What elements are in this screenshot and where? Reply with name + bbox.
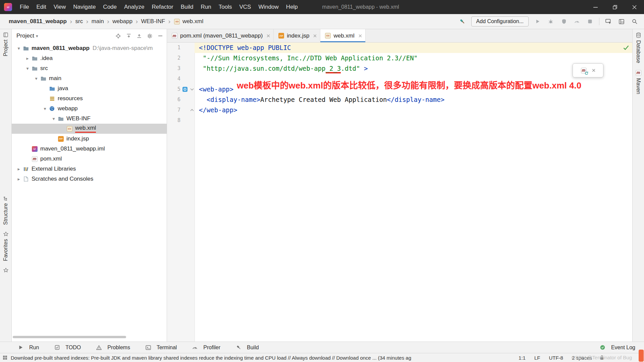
hide-panel-icon[interactable] — [158, 34, 163, 38]
coverage-button[interactable] — [560, 17, 568, 25]
toolwindow-button-structure[interactable]: Structure — [2, 193, 9, 228]
run-button[interactable] — [534, 17, 542, 25]
tree-item-scratches-and-consoles[interactable]: ▸Scratches and Consoles — [12, 174, 167, 184]
breadcrumb-item-maven-0811-webapp[interactable]: maven_0811_webapp — [9, 18, 67, 25]
toolwindow-switcher-icon[interactable] — [3, 355, 7, 360]
toolwindow-button-maven[interactable]: Maven — [635, 67, 642, 98]
maximize-button[interactable] — [605, 0, 625, 14]
status-widget-1-1[interactable]: 1:1 — [519, 355, 526, 361]
tree-item-main[interactable]: ▾main — [12, 73, 167, 83]
build-hammer-icon[interactable] — [458, 17, 466, 25]
menu-code[interactable]: Code — [99, 0, 120, 14]
maven-reload-icon[interactable] — [581, 68, 587, 73]
chevron-down-icon[interactable]: ▾ — [41, 106, 49, 111]
menu-analyze[interactable]: Analyze — [120, 0, 148, 14]
menu-help[interactable]: Help — [282, 0, 302, 14]
remote-target-icon[interactable] — [604, 17, 612, 25]
menu-run[interactable]: Run — [197, 0, 215, 14]
project-panel-title[interactable]: Project — [16, 33, 34, 39]
status-message[interactable]: Download pre-built shared indexes: Pre-b… — [11, 355, 411, 361]
editor-tab-pom-xml-maven-0811-webapp[interactable]: pom.xml (maven_0811_webapp) — [167, 29, 274, 42]
close-tab-icon[interactable] — [313, 34, 317, 38]
editor[interactable]: 1<!DOCTYPE web-app PUBLIC2 "-//Sun Micro… — [167, 43, 632, 342]
stop-button[interactable] — [586, 17, 594, 25]
tree-item-maven-0811-webapp[interactable]: ▾maven_0811_webappD:\java-maven-space\m — [12, 43, 167, 53]
chevron-down-icon[interactable]: ▾ — [24, 66, 31, 71]
chevron-right-icon[interactable]: ▸ — [15, 166, 22, 172]
code-text[interactable]: "-//Sun Microsystems, Inc.//DTD Web Appl… — [195, 53, 632, 63]
chevron-right-icon[interactable]: ▸ — [15, 176, 22, 182]
menu-refactor[interactable]: Refactor — [148, 0, 177, 14]
code-text[interactable] — [195, 115, 632, 126]
breadcrumb-item-main[interactable]: main — [92, 18, 104, 25]
web-descriptor-gutter-icon[interactable] — [180, 84, 189, 95]
menu-window[interactable]: Window — [255, 0, 282, 14]
tree-item-web-xml[interactable]: web.xml — [12, 124, 167, 134]
close-icon[interactable] — [592, 69, 595, 72]
close-tab-icon[interactable] — [267, 34, 270, 38]
menu-view[interactable]: View — [50, 0, 70, 14]
toolbar-button-run[interactable]: Run — [17, 345, 39, 351]
tree-item-index-jsp[interactable]: index.jsp — [12, 134, 167, 144]
code-text[interactable]: <!DOCTYPE web-app PUBLIC — [195, 43, 632, 53]
debug-button[interactable] — [547, 17, 555, 25]
expand-all-icon[interactable] — [126, 34, 131, 38]
chevron-right-icon[interactable]: ▸ — [24, 56, 31, 61]
toolwindow-button-favorites[interactable]: Favorites — [2, 228, 9, 264]
minimize-button[interactable] — [586, 0, 605, 14]
toolbar-button-build[interactable]: Build — [235, 345, 259, 351]
menu-tools[interactable]: Tools — [215, 0, 236, 14]
horizontal-scrollbar[interactable] — [13, 336, 126, 338]
chevron-down-icon[interactable]: ▾ — [50, 116, 57, 121]
editor-tab-web-xml[interactable]: web.xml — [320, 29, 365, 42]
chevron-down-icon[interactable]: ▾ — [15, 46, 22, 51]
menu-build[interactable]: Build — [177, 0, 197, 14]
tree-item-external-libraries[interactable]: ▸External Libraries — [12, 164, 167, 174]
chevron-down-icon[interactable] — [36, 33, 38, 39]
tree-item-webapp[interactable]: ▾webapp — [12, 104, 167, 114]
profiler-button[interactable] — [573, 17, 581, 25]
tree-item-web-inf[interactable]: ▾WEB-INF — [12, 114, 167, 124]
menu-edit[interactable]: Edit — [33, 0, 50, 14]
menu-navigate[interactable]: Navigate — [69, 0, 99, 14]
tree-item-src[interactable]: ▾src — [12, 63, 167, 73]
breadcrumb-item-web-xml[interactable]: web.xml — [174, 18, 203, 25]
tree-item-java[interactable]: java — [12, 83, 167, 94]
collapse-all-icon[interactable] — [137, 34, 142, 38]
menu-vcs[interactable]: VCS — [235, 0, 255, 14]
toolbar-button-todo[interactable]: TODO — [54, 345, 81, 351]
locate-file-icon[interactable] — [116, 34, 121, 39]
add-configuration-button[interactable]: Add Configuration... — [471, 16, 529, 26]
status-widget-utf-8[interactable]: UTF-8 — [549, 355, 563, 361]
code-text[interactable]: <display-name>Archetype Created Web Appl… — [195, 95, 632, 105]
toolbar-button-profiler[interactable]: Profiler — [192, 345, 220, 351]
fold-up-icon[interactable] — [189, 105, 195, 115]
layout-icon[interactable] — [618, 17, 626, 25]
star-icon[interactable] — [3, 268, 8, 273]
breadcrumb-item-webapp[interactable]: webapp — [112, 18, 132, 25]
tree-item-pom-xml[interactable]: pom.xml — [12, 154, 167, 164]
close-tab-icon[interactable] — [359, 34, 362, 38]
fold-down-icon[interactable] — [189, 84, 195, 95]
breadcrumb-item-src[interactable]: src — [75, 18, 83, 25]
maven-reload-popup[interactable] — [573, 63, 603, 77]
toolbar-button-event-log[interactable]: Event Log — [599, 345, 635, 351]
tree-item-maven-0811-webapp-iml[interactable]: maven_0811_webapp.iml — [12, 144, 167, 154]
code-text[interactable]: "http://java.sun.com/dtd/web-app_2_3.dtd… — [195, 63, 632, 74]
close-button[interactable] — [625, 0, 644, 14]
chevron-down-icon[interactable]: ▾ — [33, 76, 40, 81]
toolwindow-button-database[interactable]: Database — [635, 29, 642, 67]
breadcrumb-item-web-inf[interactable]: WEB-INF — [141, 18, 165, 25]
tree-item-resources[interactable]: resources — [12, 94, 167, 104]
tree-item-idea[interactable]: ▸.idea — [12, 53, 167, 63]
settings-icon[interactable] — [147, 34, 152, 39]
toolwindow-button-project[interactable]: Project — [2, 29, 9, 60]
search-icon[interactable] — [631, 17, 639, 25]
code-text[interactable]: </web-app> — [195, 105, 632, 115]
toolbar-button-terminal[interactable]: Terminal — [145, 345, 177, 351]
toolbar-button-problems[interactable]: Problems — [96, 345, 130, 351]
editor-tab-index-jsp[interactable]: index.jsp — [274, 29, 320, 42]
menu-file[interactable]: File — [16, 0, 33, 14]
inspections-ok-icon[interactable] — [623, 45, 629, 50]
status-widget-lf[interactable]: LF — [534, 355, 540, 361]
